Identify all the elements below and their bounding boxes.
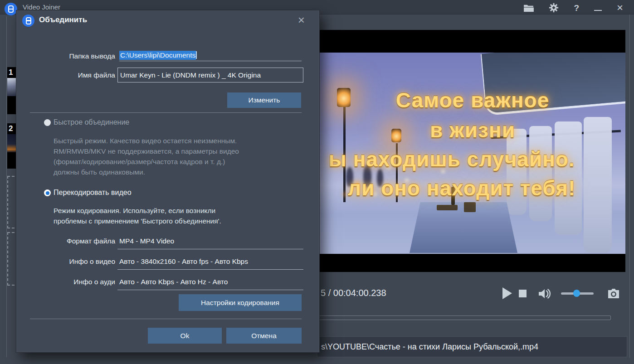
table-item: [437, 205, 458, 210]
audio-info-label: Инфо о ауди: [34, 278, 115, 286]
market-table: [410, 202, 517, 253]
dialog-logo-icon: [22, 15, 34, 27]
ok-button[interactable]: Ok: [148, 328, 222, 344]
field-underline: [117, 249, 303, 249]
dialog-title: Объединить: [39, 15, 87, 24]
playlist-item-index: 2: [9, 124, 13, 133]
dialog-close-icon[interactable]: ×: [298, 14, 305, 26]
video-overlay-text: Самое важное: [320, 88, 625, 112]
table-item: [464, 202, 476, 212]
playlist-item-index: 1: [9, 68, 13, 77]
radio-fast-join[interactable]: [44, 119, 51, 126]
audio-info-value[interactable]: Авто - Авто Kbps - Авто Hz - Авто: [119, 278, 228, 286]
volume-icon[interactable]: [538, 288, 552, 299]
film-icon: [8, 5, 14, 13]
encoding-settings-button[interactable]: Настройки кодирования: [179, 294, 302, 311]
video-info-label: Инфо о видео: [34, 257, 115, 266]
fast-join-description: Быстрый режим. Качество видео остается н…: [54, 136, 237, 146]
video-overlay-text: ли оно находит тебя!: [320, 176, 614, 200]
output-folder-input[interactable]: C:\Users\lipi\Documents: [119, 51, 197, 59]
separator: [30, 112, 302, 113]
volume-slider-thumb[interactable]: [573, 290, 580, 297]
join-dialog: Объединить × Папка вывода C:\Users\lipi\…: [16, 10, 320, 353]
field-underline: [119, 61, 302, 61]
open-folder-icon[interactable]: [523, 4, 534, 12]
file-name-label: Имя файла: [34, 71, 115, 79]
video-overlay-text: ы находишь случайно.: [320, 147, 605, 171]
time-display: 5 / 00:04:00.238: [321, 288, 386, 298]
reencode-description: Режим кодирования. Используйте, если воз…: [54, 205, 215, 216]
output-folder-label: Папка вывода: [34, 52, 115, 60]
file-format-value[interactable]: MP4 - MP4 Video: [119, 237, 174, 245]
window-close-icon[interactable]: ×: [617, 2, 623, 13]
fast-join-description: RM/RMWB/MKV не поддерживается, а парамет…: [54, 146, 239, 156]
field-underline: [117, 290, 303, 290]
app-window: Video Joiner ?: [0, 0, 634, 364]
gear-icon[interactable]: [549, 3, 559, 13]
reencode-description: проблемы с применением 'Быстрого объедин…: [54, 216, 221, 226]
file-name-input[interactable]: Umar Keyn - Lie (DNDM remix ) _ 4K Origi…: [117, 68, 303, 83]
video-overlay-text: в жизни: [320, 118, 625, 142]
current-file-path: s\YOUTUBE\Счастье - на стихи Ларисы Руба…: [317, 342, 538, 352]
window-border: [629, 15, 630, 358]
fast-join-description: должны быть одинаковыми.: [54, 167, 145, 177]
minimize-icon[interactable]: [594, 10, 602, 11]
selected-text: C:\Users\lipi\Documents: [119, 51, 196, 60]
playlist-panel-border: [6, 16, 7, 357]
separator: [30, 319, 302, 319]
seek-bar[interactable]: [317, 315, 611, 320]
video-info-value[interactable]: Авто - 3840x2160 - Авто fps - Авто Kbps: [119, 257, 248, 266]
field-underline: [117, 269, 303, 270]
file-name-value: Umar Keyn - Lie (DNDM remix ) _ 4K Origi…: [118, 68, 303, 82]
radio-fast-join-label[interactable]: Быстрое объединение: [54, 118, 129, 126]
play-button[interactable]: [502, 287, 512, 299]
snapshot-camera-icon[interactable]: [608, 288, 619, 299]
app-logo-icon: [5, 3, 17, 15]
status-bar: s\YOUTUBE\Счастье - на стихи Ларисы Руба…: [317, 336, 627, 357]
change-button[interactable]: Изменить: [227, 92, 301, 108]
fast-join-description: (формат/кодирование/размер/частота кадро…: [54, 156, 225, 167]
video-preview[interactable]: Самое важное в жизни ы находишь случайно…: [320, 30, 625, 272]
radio-reencode-label[interactable]: Перекодировать видео: [54, 189, 132, 197]
file-format-label: Формат файла: [34, 237, 115, 245]
help-icon[interactable]: ?: [574, 4, 579, 12]
stop-button[interactable]: [519, 290, 527, 297]
radio-reencode[interactable]: [44, 189, 51, 196]
film-icon: [26, 17, 31, 24]
text-cursor: [196, 51, 197, 59]
cancel-button[interactable]: Отмена: [226, 328, 302, 344]
